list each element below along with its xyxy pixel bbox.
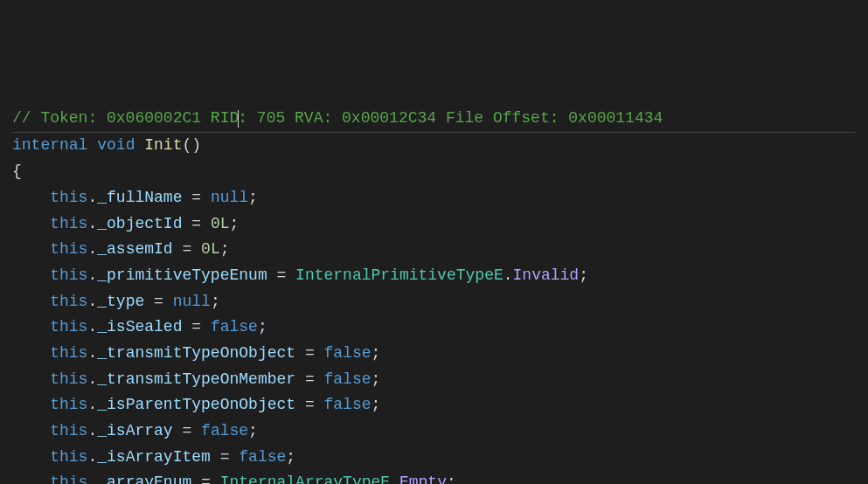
bool-keyword: false — [211, 318, 258, 335]
field-name: _objectId — [97, 215, 182, 232]
bool-keyword: false — [324, 370, 372, 388]
metadata-comment: // Token: 0x060002C1 RID: 705 RVA: 0x000… — [12, 106, 856, 132]
number-literal: 0L — [211, 215, 230, 232]
this-keyword: this — [50, 215, 87, 232]
this-keyword: this — [50, 448, 87, 466]
number-literal: 0L — [201, 240, 220, 258]
statement-line: this._arrayEnum = InternalArrayTypeE.Emp… — [12, 470, 856, 484]
field-name: _isArrayItem — [97, 448, 211, 466]
return-type-keyword: void — [97, 136, 135, 154]
field-name: _isSealed — [97, 318, 182, 335]
this-keyword: this — [50, 474, 87, 484]
bool-keyword: false — [324, 344, 372, 362]
open-brace: { — [12, 159, 856, 185]
this-keyword: this — [50, 344, 87, 362]
comment-token: // Token: 0x060002C1 RID — [12, 109, 239, 127]
method-name: Init — [144, 136, 182, 154]
this-keyword: this — [50, 318, 87, 335]
statement-line: this._isSealed = false; — [12, 315, 856, 341]
statement-line: this._primitiveTypeEnum = InternalPrimit… — [12, 263, 856, 289]
field-name: _type — [97, 293, 144, 310]
statement-line: this._transmitTypeOnMember = false; — [12, 367, 856, 393]
field-name: _assemId — [97, 240, 172, 258]
statement-line: this._assemId = 0L; — [12, 237, 856, 263]
this-keyword: this — [50, 189, 87, 206]
method-signature: internal void Init() — [12, 133, 856, 159]
bool-keyword: false — [239, 448, 286, 466]
statement-line: this._objectId = 0L; — [12, 211, 856, 238]
enum-member: Invalid — [513, 266, 580, 284]
statement-line: this._fullName = null; — [12, 185, 856, 211]
code-editor[interactable]: // Token: 0x060002C1 RID: 705 RVA: 0x000… — [12, 106, 856, 484]
bool-keyword: false — [324, 396, 372, 413]
this-keyword: this — [50, 266, 87, 284]
statement-line: this._transmitTypeOnObject = false; — [12, 341, 856, 367]
this-keyword: this — [50, 293, 87, 310]
field-name: _transmitTypeOnMember — [97, 370, 295, 388]
text-caret — [238, 110, 239, 128]
type-name: InternalArrayTypeE — [220, 474, 390, 484]
null-keyword: null — [173, 293, 211, 310]
field-name: _fullName — [97, 189, 182, 206]
this-keyword: this — [50, 370, 87, 388]
type-name: InternalPrimitiveTypeE — [295, 266, 503, 284]
field-name: _primitiveTypeEnum — [97, 266, 267, 284]
enum-member: Empty — [399, 474, 447, 484]
field-name: _isArray — [97, 422, 172, 439]
parentheses: () — [182, 136, 201, 154]
modifier-keyword: internal — [12, 136, 87, 154]
statement-line: this._isArrayItem = false; — [12, 445, 856, 471]
statement-line: this._type = null; — [12, 289, 856, 315]
field-name: _isParentTypeOnObject — [97, 396, 295, 413]
this-keyword: this — [50, 396, 87, 413]
this-keyword: this — [50, 240, 87, 258]
comment-rest: : 705 RVA: 0x00012C34 File Offset: 0x000… — [238, 109, 663, 127]
statement-line: this._isArray = false; — [12, 418, 856, 445]
null-keyword: null — [211, 189, 248, 206]
field-name: _arrayEnum — [97, 474, 191, 484]
field-name: _transmitTypeOnObject — [97, 344, 295, 362]
bool-keyword: false — [201, 422, 248, 439]
statement-line: this._isParentTypeOnObject = false; — [12, 392, 856, 418]
this-keyword: this — [50, 422, 87, 439]
